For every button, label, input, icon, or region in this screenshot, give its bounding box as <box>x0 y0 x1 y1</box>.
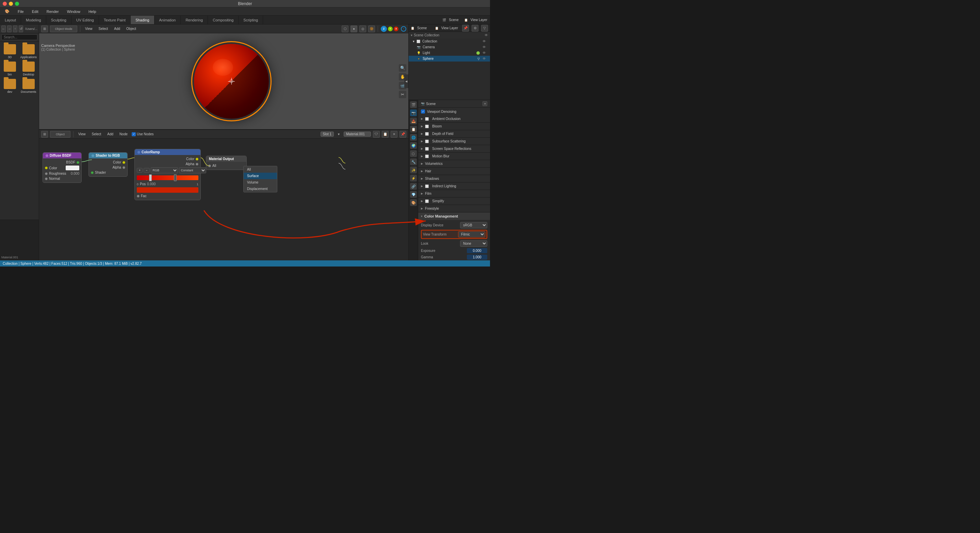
bloom-header[interactable]: ▶ ⬜ Bloom <box>418 123 490 130</box>
color-ramp-alpha-socket[interactable] <box>196 163 198 165</box>
color-ramp-add-btn[interactable]: + <box>137 168 143 173</box>
viewport-canvas[interactable]: Camera Perspective (1) Collection | Sphe… <box>39 33 408 129</box>
il-header[interactable]: ▶ ⬜ Indirect Lighting <box>418 182 490 190</box>
shading-solid[interactable]: ● <box>350 25 357 32</box>
node-add-menu[interactable]: Add <box>105 132 115 136</box>
scene-collection-eye[interactable]: 👁 <box>485 33 488 37</box>
node-view-menu[interactable]: View <box>76 132 88 136</box>
file-item-applications[interactable]: Applications <box>20 44 37 59</box>
nav-forward-button[interactable]: → <box>7 25 11 32</box>
viewport-object-menu[interactable]: Object <box>124 26 138 31</box>
color-ramp-stop-1[interactable] <box>149 174 152 181</box>
color-ramp-color-socket[interactable] <box>196 158 198 160</box>
menu-render[interactable]: Render <box>45 9 61 14</box>
normal-socket-in[interactable] <box>45 178 48 180</box>
tab-physics-icon[interactable]: ⚡ <box>410 175 417 181</box>
menu-file[interactable]: File <box>16 9 26 14</box>
collection-eye[interactable]: 👁 <box>482 40 486 43</box>
shader-rgb-shader-socket-in[interactable] <box>91 171 94 174</box>
sc-camera-item[interactable]: 📷 Camera 👁 <box>409 44 490 50</box>
color-swatch[interactable] <box>66 165 79 170</box>
ssr-header[interactable]: ▶ ⬜ Screen Space Reflections <box>418 145 490 152</box>
nav-refresh-button[interactable]: ↺ <box>19 25 23 32</box>
tab-rendering[interactable]: Rendering <box>181 16 208 24</box>
file-item-3d[interactable]: 3D <box>2 44 18 59</box>
color-ramp-mode[interactable]: Constant <box>179 167 206 173</box>
orbit-gizmo[interactable]: + <box>401 26 406 32</box>
color-ramp-node[interactable]: ColorRamp Color Alpha + <box>134 149 201 200</box>
nav-back-button[interactable]: ← <box>2 25 6 32</box>
nav-up-button[interactable]: ↑ <box>13 25 18 32</box>
view-tool-4[interactable]: ✂ <box>399 91 406 98</box>
minimize-button[interactable] <box>9 2 13 6</box>
film-header[interactable]: ▶ Film <box>418 190 490 197</box>
node-object-mode[interactable]: Object <box>50 131 70 138</box>
tab-shading[interactable]: Shading <box>130 16 154 24</box>
close-button[interactable] <box>3 2 7 6</box>
right-panel-pin[interactable]: 📌 <box>462 25 469 32</box>
sc-collection-item[interactable]: ▾ ⬜ Collection 👁 <box>409 38 490 44</box>
roughness-socket-in[interactable] <box>45 172 48 175</box>
fac-socket[interactable] <box>137 195 140 197</box>
depth-of-field-header[interactable]: ▶ ⬜ Depth of Field <box>418 130 490 137</box>
node-select-menu[interactable]: Select <box>90 132 103 136</box>
material-output-dropdown[interactable]: All Surface Volume Displacement <box>243 166 277 192</box>
tab-world-icon[interactable]: 🌍 <box>410 142 417 149</box>
gizmo-x[interactable]: X <box>394 27 398 31</box>
mb-header[interactable]: ▶ ⬜ Motion Blur <box>418 152 490 160</box>
vol-header[interactable]: ▶ Volumetrics <box>418 160 490 167</box>
shader-rgb-color-socket-out[interactable] <box>123 161 125 164</box>
viewport-view-menu[interactable]: View <box>83 26 95 31</box>
tab-particles-icon[interactable]: ✨ <box>410 167 417 173</box>
diffuse-bsdf-node[interactable]: Diffuse BSDF BSDF Color <box>43 152 82 183</box>
menu-edit[interactable]: Edit <box>30 9 40 14</box>
shader-to-rgb-node[interactable]: Shader to RGB Color Alpha <box>89 152 127 177</box>
shading-render[interactable]: 🔆 <box>368 25 375 32</box>
tab-scene2-icon[interactable]: 🌐 <box>410 134 417 141</box>
right-panel-options[interactable]: ⚙ <box>472 25 479 32</box>
use-nodes-checkbox[interactable]: ✓ <box>132 132 136 136</box>
gizmo-y[interactable]: Y <box>388 27 393 31</box>
material-shield-icon[interactable]: 🛡 <box>373 131 380 138</box>
tab-sculpting[interactable]: Sculpting <box>46 16 72 24</box>
tab-constraints-icon[interactable]: 🔗 <box>410 183 417 190</box>
tab-material-icon[interactable]: 🎨 <box>410 199 417 206</box>
tab-compositing[interactable]: Compositing <box>208 16 239 24</box>
tab-scripting[interactable]: Scripting <box>239 16 263 24</box>
tab-modeling[interactable]: Modeling <box>21 16 46 24</box>
material-copy-icon[interactable]: 📋 <box>382 131 388 138</box>
mo-all-socket[interactable] <box>208 165 211 167</box>
tab-texture-paint[interactable]: Texture Paint <box>99 16 130 24</box>
tab-view-layer-icon[interactable]: 📋 <box>410 126 417 133</box>
viewport-mode-select[interactable]: Object Mode <box>50 25 77 32</box>
dropdown-surface[interactable]: Surface <box>243 173 277 179</box>
file-item-dev[interactable]: dev <box>2 79 18 94</box>
sc-sphere-item[interactable]: 🔸 Sphere ▽ 👁 <box>409 56 490 62</box>
render-options-btn[interactable]: ✕ <box>482 101 487 106</box>
display-device-dropdown[interactable]: sRGB <box>460 222 487 228</box>
color-ramp-stop-2[interactable] <box>174 174 177 181</box>
sphere-eye[interactable]: 👁 <box>482 57 486 60</box>
view-tool-1[interactable]: 🔍 <box>399 64 406 72</box>
viewport-add-menu[interactable]: Add <box>112 26 122 31</box>
bsdf-socket-out[interactable] <box>76 161 79 164</box>
gamma-value[interactable]: 1.000 <box>467 255 487 260</box>
tab-modifier-icon[interactable]: 🔧 <box>410 159 417 165</box>
material-output-node[interactable]: Material Output All <box>206 156 247 170</box>
slot-label[interactable]: Slot 1 <box>321 132 334 136</box>
hair-header[interactable]: ▶ Hair <box>418 168 490 175</box>
color-ramp-remove-btn[interactable]: − <box>143 168 150 173</box>
menu-window[interactable]: Window <box>65 9 82 14</box>
shading-material[interactable]: ◎ <box>360 25 366 32</box>
tab-object-icon[interactable]: ⬡ <box>410 150 417 157</box>
node-node-menu[interactable]: Node <box>118 132 130 136</box>
viewport-denoising-checkbox[interactable]: ✓ <box>421 109 425 114</box>
maximize-button[interactable] <box>15 2 19 6</box>
material-close-icon[interactable]: ✕ <box>391 131 398 138</box>
look-dropdown[interactable]: None <box>460 240 487 247</box>
dropdown-volume[interactable]: Volume <box>243 179 277 186</box>
sss-header[interactable]: ▶ ⬜ Subsurface Scattering <box>418 138 490 145</box>
menu-help[interactable]: Help <box>86 9 98 14</box>
viewport-header-icon[interactable]: ⊞ <box>41 25 48 32</box>
viewport-select-menu[interactable]: Select <box>97 26 110 31</box>
